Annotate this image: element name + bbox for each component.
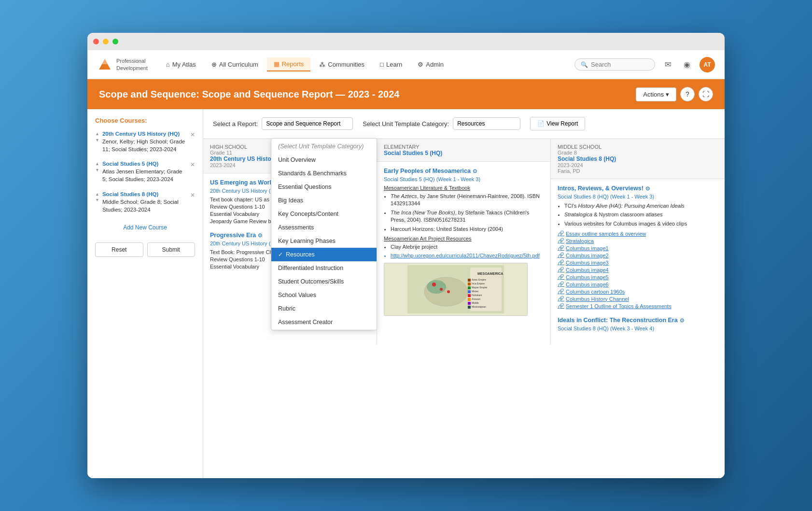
maximize-dot[interactable] [112,39,118,44]
svg-rect-24 [468,302,471,305]
link-stratalogica[interactable]: 🔗Stratalogica [558,238,718,244]
svg-point-5 [432,283,436,286]
unit-section-ms-1: Intros, Reviews, & Overviews! ⊙ Social S… [558,185,718,309]
search-input[interactable] [591,61,649,68]
add-course-button[interactable]: Add New Course [95,220,195,235]
link-icon: 🔗 [558,288,564,295]
unit-weeks-el-1: Social Studies 5 (HQ) (Week 1 - Week 3) [384,176,544,182]
unit-section-ms-2: Ideals in Conflict: The Reconstruction E… [558,317,718,331]
minimize-dot[interactable] [103,39,109,44]
unit-title-ms-1[interactable]: Intros, Reviews, & Overviews! ⊙ [558,185,718,192]
svg-rect-21 [468,290,471,293]
dropdown-resources[interactable]: ✓ Resources [271,248,377,261]
svg-text:Middle: Middle [472,301,479,304]
remove-course-1[interactable]: ✕ [190,131,195,139]
link-icon: 🔗 [558,267,564,273]
nav-my-atlas[interactable]: ⌂ My Atlas [159,58,203,71]
course-reorder-1[interactable]: ▲▼ [95,131,99,143]
mail-button[interactable]: ✉ [661,58,674,71]
svg-rect-22 [468,294,471,297]
nav-reports[interactable]: ▦ Reports [267,57,311,71]
unit-section-el-1: Early Peoples of Mesoamerica ⊙ Social St… [384,168,544,316]
course-reorder-2[interactable]: ▲▼ [95,161,99,173]
link-columbus-6[interactable]: 🔗Columbus image6 [558,281,718,287]
sidebar: Choose Courses: ▲▼ 20th Century US Histo… [87,109,203,478]
collapse-icon-hs-2[interactable]: ⊙ [258,232,262,239]
select-report-label: Select a Report: [213,120,258,128]
link-icon: 🔗 [558,238,564,244]
svg-rect-18 [468,279,471,282]
svg-text:Mississippian: Mississippian [472,305,486,308]
svg-marker-1 [102,59,108,64]
remove-course-2[interactable]: ✕ [190,161,195,169]
dropdown-key-learning[interactable]: Key Learning Phases [271,234,377,248]
svg-text:Mayan Empire: Mayan Empire [472,286,487,289]
svg-point-6 [440,288,443,291]
remove-course-3[interactable]: ✕ [190,191,195,199]
dropdown-student-outcomes[interactable]: Student Outcomes/Skills [271,275,377,288]
unit-title-el-1[interactable]: Early Peoples of Mesoamerica ⊙ [384,168,544,174]
dropdown-big-ideas[interactable]: Big Ideas [271,194,377,207]
nav-admin[interactable]: ⚙ Admin [411,58,450,71]
dropdown-essential-questions[interactable]: Essential Questions [271,180,377,194]
close-dot[interactable] [93,39,99,44]
dropdown-unit-overview[interactable]: Unit Overview [271,153,377,167]
dropdown-assessment-creator[interactable]: Assessment Creator [271,315,377,329]
link-essay-outline[interactable]: 🔗Essay outline samples & overview [558,230,718,237]
link-icon: 🔗 [558,259,564,266]
category-dropdown[interactable]: (Select Unit Template Category) Unit Ove… [271,138,377,330]
nav-brand: Professional Development [116,57,148,71]
collapse-icon-el-1[interactable]: ⊙ [473,168,477,174]
course-reorder-3[interactable]: ▲▼ [95,191,99,203]
header-actions: Actions ▾ ? ⛶ [636,87,713,101]
link-icon: 🔗 [558,274,564,280]
category-select[interactable]: Resources [453,117,520,130]
user-button[interactable]: ◉ [680,58,694,71]
logo: Professional Development [97,57,148,72]
help-button[interactable]: ? [680,87,695,101]
fullscreen-button[interactable]: ⛶ [699,87,713,101]
dropdown-differentiated[interactable]: Differentiated Instruction [271,261,377,275]
link-columbus-1[interactable]: 🔗Columbus image1 [558,245,718,251]
dropdown-item-placeholder: (Select Unit Template Category) [271,140,377,153]
dropdown-standards[interactable]: Standards & Benchmarks [271,167,377,180]
col-content-2: Early Peoples of Mesoamerica ⊙ Social St… [377,162,550,329]
svg-text:Inca Empire: Inca Empire [472,282,485,285]
unit-weeks-ms-2: Social Studies 8 (HQ) (Week 3 - Week 4) [558,326,718,331]
nav-all-curriculum[interactable]: ⊕ All Curriculum [205,58,265,71]
collapse-icon-ms-1[interactable]: ⊙ [645,185,650,192]
unit-title-ms-2[interactable]: Ideals in Conflict: The Reconstruction E… [558,317,718,324]
mesoamerica-map: MESOAMERICA Aztec Empire Inca Empire May… [384,263,528,316]
house-icon: ⌂ [166,61,170,68]
view-report-button[interactable]: 📄 View Report [530,117,585,130]
dropdown-rubric[interactable]: Rubric [271,302,377,315]
link-columbus-channel[interactable]: 🔗Columbus History Channel [558,296,718,302]
link-columbus-4[interactable]: 🔗Columbus image4 [558,267,718,273]
collapse-icon-ms-2[interactable]: ⊙ [680,317,684,324]
nav-communities[interactable]: ⁂ Communities [312,58,371,71]
submit-button[interactable]: Submit [147,242,196,257]
svg-text:MESOAMERICA: MESOAMERICA [477,272,503,275]
link-columbus-3[interactable]: 🔗Columbus image3 [558,259,718,266]
link-columbus-5[interactable]: 🔗Columbus image5 [558,274,718,280]
link-semester-outline[interactable]: 🔗Semester 1 Outline of Topics & Assessme… [558,303,718,309]
checkmark-icon: ✓ [278,251,283,258]
search-box[interactable]: 🔍 [574,58,655,71]
link-columbus-cartoon[interactable]: 🔗Columbus cartoon 1960s [558,288,718,295]
reset-button[interactable]: Reset [95,242,143,257]
meso-lit-list: The Aztecs, by Jane Shuter (Heinemann-Ra… [391,193,544,233]
link-columbus-2[interactable]: 🔗Columbus image2 [558,252,718,258]
ms-resource-list-1: TCI's History Alive (HA!): Pursuing Amer… [564,202,718,227]
nav-learn[interactable]: □ Learn [373,58,409,71]
subhead-meso-lit: Mesoamerican Literature & Textbook [384,185,544,191]
sidebar-title: Choose Courses: [95,117,195,124]
course-item-3: ▲▼ Social Studies 8 (HQ) Middle School; … [95,190,195,213]
actions-button[interactable]: Actions ▾ [636,87,676,101]
dropdown-school-values[interactable]: School Values [271,288,377,302]
report-select[interactable]: Scope and Sequence Report Standards Repo… [262,117,353,130]
globe-icon: ⊕ [211,61,217,68]
dropdown-key-concepts[interactable]: Key Concepts/Content [271,207,377,221]
col-header-3: Middle School Grade 8 Social Studies 8 (… [551,139,725,179]
dropdown-assessments[interactable]: Assessments [271,221,377,234]
avatar[interactable]: AT [700,57,715,72]
